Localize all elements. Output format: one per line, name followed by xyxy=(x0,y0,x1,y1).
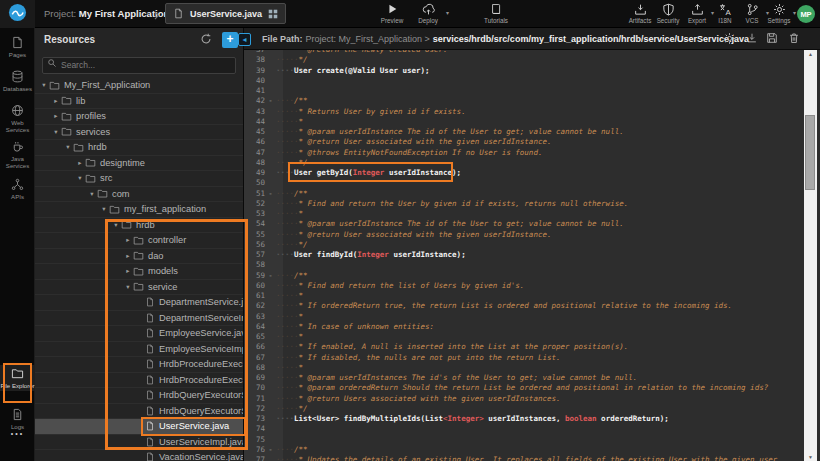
file-path-label: File Path: xyxy=(262,34,303,44)
fold-marker-icon[interactable]: - xyxy=(265,271,276,281)
settings-button[interactable] xyxy=(723,32,736,45)
code-text xyxy=(276,178,820,188)
fold-marker-icon[interactable]: - xyxy=(265,445,276,455)
fold-marker-icon xyxy=(265,240,276,250)
open-file-tab[interactable]: UserService.java xyxy=(165,3,286,24)
folder-icon xyxy=(85,173,96,184)
code-text: ·····*/ xyxy=(276,240,820,250)
tree-item-services[interactable]: ▾services xyxy=(35,125,243,141)
tree-item-models[interactable]: ▸models xyxy=(35,264,243,280)
rail-item-web-services[interactable]: Web Services xyxy=(0,102,35,135)
scrollbar-thumb[interactable] xyxy=(805,115,815,190)
rail-item-java-services[interactable]: Java Services xyxy=(0,138,35,171)
folder-icon xyxy=(0,367,35,380)
tree-item-hrdb[interactable]: ▾hrdb xyxy=(35,140,243,156)
deploy-button[interactable]: ▾ Deploy xyxy=(408,2,448,24)
delete-button[interactable] xyxy=(788,32,800,44)
tree-item-designtime[interactable]: ▸designtime xyxy=(35,156,243,172)
code-text: ·····* xyxy=(276,117,820,127)
tree-item-hrdbqueryexecutorserviceimpl-java[interactable]: HrdbQueryExecutorServiceImpl.java xyxy=(35,404,243,420)
grid-menu-icon[interactable] xyxy=(268,9,278,19)
tree-item-label: UserService.java xyxy=(159,421,229,431)
rail-item-file-explorer[interactable]: File Explorer xyxy=(0,365,35,391)
search-input[interactable] xyxy=(42,57,236,74)
code-line-54: 54·····* @param userIdInstance The id of… xyxy=(244,219,820,229)
fold-marker-icon xyxy=(265,353,276,363)
app-logo[interactable] xyxy=(0,0,35,28)
action-security[interactable]: Security xyxy=(652,2,684,24)
fold-marker-icon xyxy=(265,404,276,414)
tree-item-userservice-java[interactable]: UserService.java xyxy=(35,419,243,435)
code-line-73: 73····List<User> findByMultipleIds(List<… xyxy=(244,414,820,424)
line-number: 65 xyxy=(244,332,265,342)
add-resource-button[interactable]: + xyxy=(222,32,238,48)
scroll-down-arrow-icon[interactable]: ▼ xyxy=(804,454,817,460)
tree-item-hrdbqueryexecutorservice-java[interactable]: HrdbQueryExecutorService.java xyxy=(35,388,243,404)
tree-item-employeeserviceimpl-java[interactable]: EmployeeServiceImpl.java xyxy=(35,342,243,358)
tree-item-label: EmployeeServiceImpl.java xyxy=(159,344,243,354)
tree-item-service[interactable]: ▾service xyxy=(35,280,243,296)
code-text: ····List<User> findByMultipleIds(List<In… xyxy=(276,414,820,424)
refresh-button[interactable] xyxy=(200,33,212,45)
code-text: ·····* If orderedReturn true, the return… xyxy=(276,301,820,311)
rail-item-logs[interactable]: Logs xyxy=(0,406,35,432)
code-line-68: 68·····* xyxy=(244,363,820,373)
more-options-button[interactable]: ••• xyxy=(0,430,35,437)
resources-title: Resources xyxy=(44,34,95,45)
app-window: Project: My First Application UserServic… xyxy=(0,0,820,461)
folder-icon xyxy=(61,126,72,137)
tree-item-vacationservice-java[interactable]: VacationService.java xyxy=(35,450,243,461)
line-number: 77 xyxy=(244,455,265,461)
tree-item-departmentservice-java[interactable]: DepartmentService.java xyxy=(35,295,243,311)
fold-marker-icon[interactable]: - xyxy=(265,96,276,106)
save-button[interactable] xyxy=(766,32,778,44)
tree-item-com[interactable]: ▾com xyxy=(35,187,243,203)
file-path-project: Project: My_First_Application > xyxy=(306,34,430,44)
tree-item-controller[interactable]: ▸controller xyxy=(35,233,243,249)
rail-item-pages[interactable]: Pages xyxy=(0,34,35,60)
tree-item-userserviceimpl-java[interactable]: UserServiceImpl.java xyxy=(35,435,243,451)
code-text: ····User findById(Integer userIdInstance… xyxy=(276,250,820,260)
fold-marker-icon xyxy=(265,301,276,311)
tree-item-hrdb[interactable]: ▾hrdb xyxy=(35,218,243,234)
fold-marker-icon xyxy=(265,250,276,260)
left-rail: PagesDatabasesWeb ServicesJava ServicesA… xyxy=(0,28,35,461)
code-text: ·····* @param orderedReturn Should the r… xyxy=(276,383,820,393)
gear-icon: ▾ xyxy=(763,2,795,16)
code-line-50: 50 xyxy=(244,178,820,188)
caret-down-icon: ▾ xyxy=(446,9,449,16)
preview-button[interactable]: Preview xyxy=(372,2,412,24)
scroll-up-arrow-icon[interactable]: ▲ xyxy=(804,51,817,57)
tree-item-hrdbprocedureexecutorserviceimpl-java[interactable]: HrdbProcedureExecutorServiceImpl.java xyxy=(35,373,243,389)
tree-item-hrdbprocedureexecutorservice-java[interactable]: HrdbProcedureExecutorService.java xyxy=(35,357,243,373)
rail-item-apis[interactable]: APIs xyxy=(0,176,35,202)
tree-item-my-first-application[interactable]: ▾my_first_application xyxy=(35,202,243,218)
tree-item-label: HrdbQueryExecutorService.java xyxy=(159,390,243,400)
code-line-60: 60·····* Find and return the list of Use… xyxy=(244,281,820,291)
tutorials-button[interactable]: Tutorials xyxy=(476,2,516,24)
editor-scrollbar[interactable]: ▲ ▼ xyxy=(804,50,817,461)
tree-item-employeeservice-java[interactable]: EmployeeService.java xyxy=(35,326,243,342)
tree-item-label: services xyxy=(76,127,110,137)
download-button[interactable] xyxy=(746,32,758,44)
tree-arrow-icon: ▸ xyxy=(123,236,133,244)
fold-marker-icon xyxy=(265,178,276,188)
tree-item-my-first-application[interactable]: ▾My_First_Application xyxy=(35,78,243,94)
line-number: 60 xyxy=(244,281,265,291)
fold-marker-icon[interactable]: - xyxy=(265,189,276,199)
cloud-upload-icon: ▾ xyxy=(408,2,448,16)
tree-item-departmentserviceimpl-java[interactable]: DepartmentServiceImpl.java xyxy=(35,311,243,327)
tree-item-profiles[interactable]: ▸profiles xyxy=(35,109,243,125)
folder-icon xyxy=(73,142,84,153)
tree-item-src[interactable]: ▾src xyxy=(35,171,243,187)
user-avatar[interactable]: MP xyxy=(797,5,815,23)
code-area[interactable]: 37·····* @return the newly created User.… xyxy=(244,50,820,461)
rail-item-databases[interactable]: Databases xyxy=(0,68,35,94)
action-settings[interactable]: ▾Settings xyxy=(763,2,795,24)
tree-item-label: models xyxy=(148,266,178,276)
tree-item-label: dao xyxy=(148,251,164,261)
collapse-panel-button[interactable]: ◂ xyxy=(238,33,251,46)
folder-icon xyxy=(85,157,96,168)
tree-item-lib[interactable]: ▸lib xyxy=(35,94,243,110)
tree-item-dao[interactable]: ▸dao xyxy=(35,249,243,265)
